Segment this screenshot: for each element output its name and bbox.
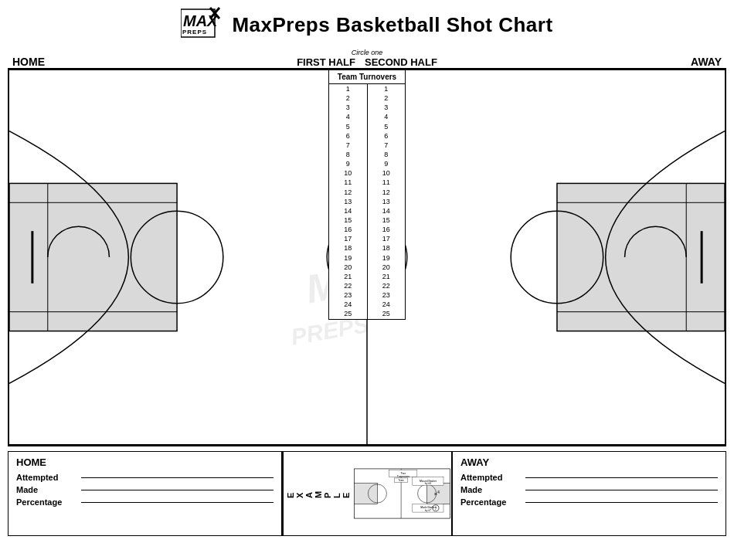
page-title: MaxPreps Basketball Shot Chart bbox=[232, 13, 552, 37]
turnover-col-left: 1234567891011121314151617181920212223242… bbox=[329, 84, 367, 319]
svg-text:by #7: by #7 bbox=[425, 509, 431, 512]
svg-text:by #4: by #4 bbox=[425, 482, 431, 485]
second-half-label: SECOND HALF bbox=[365, 56, 437, 68]
turnover-columns: 1234567891011121314151617181920212223242… bbox=[329, 84, 405, 319]
maxpreps-logo: MAX PREPS bbox=[181, 6, 224, 43]
home-percentage-line bbox=[81, 502, 274, 503]
svg-rect-8 bbox=[9, 183, 177, 331]
example-diagram: Two Turnovers Missed Basket by #4 × 4 Ma… bbox=[353, 452, 451, 535]
away-percentage-line bbox=[525, 502, 718, 503]
svg-text:7: 7 bbox=[435, 507, 437, 511]
away-attempted-label: Attempted bbox=[460, 473, 522, 482]
turnover-header: Team Turnovers bbox=[329, 70, 405, 84]
example-label: EXAMPLE bbox=[283, 452, 353, 535]
away-made-line bbox=[525, 490, 718, 490]
home-percentage-row: Percentage bbox=[16, 497, 274, 507]
svg-rect-12 bbox=[557, 183, 725, 331]
away-team-label: AWAY bbox=[460, 456, 718, 468]
center-half-labels: Circle one FIRST HALF SECOND HALF bbox=[297, 49, 437, 68]
svg-text:4: 4 bbox=[437, 490, 440, 494]
turnover-col-right: 1234567891011121314151617181920212223242… bbox=[368, 84, 406, 319]
home-attempted-label: Attempted bbox=[16, 473, 78, 482]
svg-text:Team: Team bbox=[398, 479, 404, 482]
home-team-label: HOME bbox=[16, 456, 274, 468]
home-label: HOME bbox=[12, 56, 45, 68]
half-options: FIRST HALF SECOND HALF bbox=[297, 56, 437, 68]
home-percentage-label: Percentage bbox=[16, 497, 78, 507]
turnover-table: Team Turnovers 1234567891011121314151617… bbox=[328, 70, 406, 320]
away-percentage-row: Percentage bbox=[460, 497, 718, 507]
away-percentage-label: Percentage bbox=[460, 497, 522, 507]
away-made-row: Made bbox=[460, 485, 718, 494]
home-attempted-line bbox=[81, 477, 274, 478]
home-stats-box: HOME Attempted Made Percentage bbox=[8, 451, 282, 536]
first-half-label: FIRST HALF bbox=[297, 56, 355, 68]
svg-text:Turnovers: Turnovers bbox=[397, 475, 409, 478]
home-attempted-row: Attempted bbox=[16, 473, 274, 482]
away-attempted-line bbox=[525, 477, 718, 478]
svg-rect-27 bbox=[354, 484, 377, 504]
basketball-court: MAX PREPS Team Turnovers 123456789101112… bbox=[8, 68, 726, 446]
page-header: MAX PREPS MaxPreps Basketball Shot Chart bbox=[0, 0, 734, 46]
bottom-section: HOME Attempted Made Percentage EXAMPLE bbox=[8, 451, 726, 536]
home-made-row: Made bbox=[16, 485, 274, 494]
away-attempted-row: Attempted bbox=[460, 473, 718, 482]
half-labels-bar: HOME Circle one FIRST HALF SECOND HALF A… bbox=[0, 46, 734, 68]
home-made-label: Made bbox=[16, 485, 78, 494]
home-made-line bbox=[81, 490, 274, 490]
away-stats-box: AWAY Attempted Made Percentage bbox=[452, 451, 726, 536]
away-made-label: Made bbox=[460, 485, 522, 494]
away-label: AWAY bbox=[691, 56, 722, 68]
circle-one-label: Circle one bbox=[352, 49, 383, 56]
svg-text:PREPS: PREPS bbox=[182, 29, 207, 36]
example-box: EXAMPLE Two Turnovers Missed bbox=[282, 451, 452, 536]
example-content: Two Turnovers Missed Basket by #4 × 4 Ma… bbox=[353, 452, 451, 535]
